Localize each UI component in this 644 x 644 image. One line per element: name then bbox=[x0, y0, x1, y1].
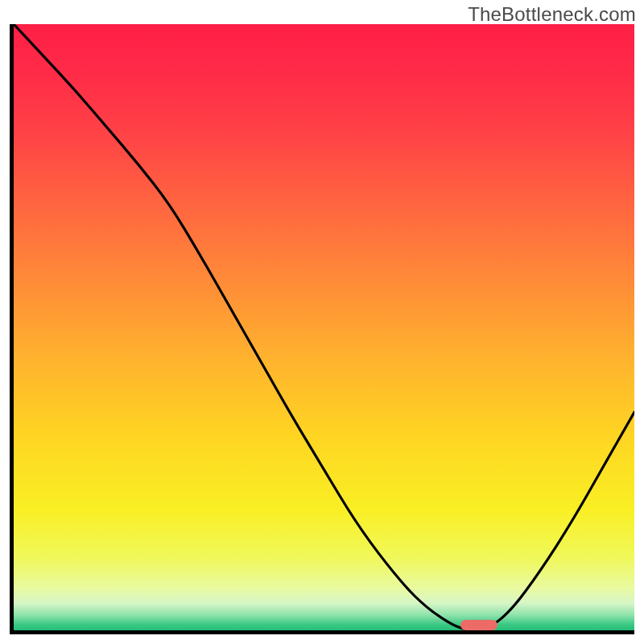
plot-area bbox=[10, 24, 634, 634]
watermark-text: TheBottleneck.com bbox=[468, 3, 636, 26]
optimal-marker bbox=[460, 620, 497, 630]
plot-svg bbox=[14, 24, 634, 630]
gradient-background bbox=[14, 24, 634, 630]
chart-canvas: TheBottleneck.com bbox=[0, 0, 644, 644]
